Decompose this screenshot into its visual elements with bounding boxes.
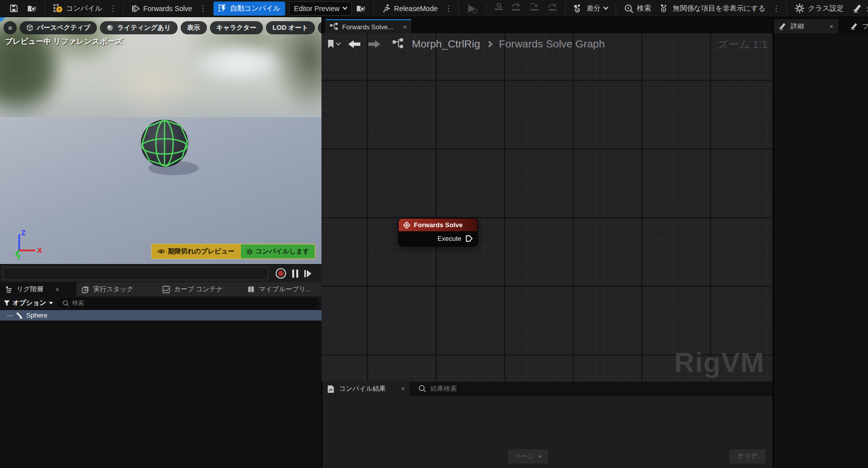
compile-label: コンパイル bbox=[66, 4, 102, 13]
lod-dropdown[interactable]: LOD オート bbox=[266, 21, 315, 34]
preview-viewport[interactable]: Z X Y ≡ パースペクティブ ライティングあり 表示 キャラクター LOD … bbox=[0, 17, 321, 264]
toolbar-separator bbox=[373, 3, 374, 14]
record-button[interactable] bbox=[276, 268, 286, 279]
lit-label: ライティングあり bbox=[117, 23, 171, 32]
expander-icon[interactable]: — bbox=[7, 312, 12, 319]
lit-mode-dropdown[interactable]: ライティングあり bbox=[100, 21, 177, 34]
show-dropdown[interactable]: 表示 bbox=[181, 21, 207, 34]
pencil-details-icon bbox=[850, 23, 858, 30]
book-icon bbox=[247, 286, 255, 293]
debug-play-button bbox=[462, 2, 482, 16]
axis-y-label: Y bbox=[16, 253, 21, 261]
preview-sphere[interactable] bbox=[135, 115, 201, 178]
toolbar-separator bbox=[486, 3, 486, 14]
compile-button[interactable]: ? コンパイル bbox=[48, 2, 107, 16]
hierarchy-search-input[interactable] bbox=[72, 299, 313, 306]
hierarchy-tab-strip: リグ階層 × 実行スタック カーブ コンテナ マイブループリ... bbox=[0, 282, 321, 296]
save-button[interactable] bbox=[5, 2, 23, 16]
execute-pin-icon[interactable] bbox=[465, 235, 473, 242]
hierarchy-search-box[interactable] bbox=[58, 298, 318, 308]
options-dropdown[interactable]: オプション bbox=[4, 298, 53, 307]
step-forward-button[interactable] bbox=[304, 270, 311, 277]
timeline-track[interactable] bbox=[3, 267, 268, 280]
event-options-menu[interactable]: ⋮ bbox=[197, 4, 209, 13]
playback-timeline bbox=[0, 264, 321, 282]
forwards-solve-node[interactable]: Forwards Solve Execute bbox=[398, 218, 478, 246]
axis-gizmo: Z X Y bbox=[11, 228, 46, 261]
hide-unrelated-toggle[interactable]: 無関係な項目を非表示にする bbox=[656, 2, 770, 16]
browse-asset-button-2[interactable] bbox=[352, 2, 370, 16]
chevron-down-icon bbox=[336, 40, 341, 45]
pencil-details-icon bbox=[779, 23, 787, 30]
tree-item-sphere[interactable]: — Sphere bbox=[0, 310, 321, 321]
auto-compile-toggle[interactable]: 自動コンパイル bbox=[213, 2, 285, 16]
results-search-box[interactable] bbox=[418, 385, 552, 392]
lit-sphere-icon bbox=[106, 24, 114, 31]
hide-unrelated-label: 無関係な項目を非表示にする bbox=[673, 4, 766, 13]
hamburger-icon: ≡ bbox=[8, 24, 12, 32]
outdated-preview-button[interactable]: 期限切れのプレビュー bbox=[152, 244, 240, 258]
perspective-dropdown[interactable]: パースペクティブ bbox=[20, 21, 97, 34]
search-button[interactable]: 検索 bbox=[620, 2, 656, 16]
auto-compile-label: 自動コンパイル bbox=[230, 4, 281, 13]
playback-speed-button[interactable]: ▶ x1.0 bbox=[318, 21, 321, 34]
nav-forward-arrow-icon[interactable] bbox=[368, 40, 381, 48]
compile-now-button[interactable]: コンパイルします bbox=[240, 244, 315, 258]
tab-label: マイブループリ... bbox=[259, 285, 311, 294]
graph-canvas[interactable]: Morph_CtrlRig Forwards Solve Graph ズーム 1… bbox=[321, 33, 773, 382]
hide-unrelated-options-menu[interactable]: ⋮ bbox=[770, 4, 783, 13]
release-mode-dropdown[interactable]: ReleaseMode bbox=[377, 2, 442, 16]
nav-back-arrow-icon[interactable] bbox=[348, 40, 360, 48]
close-icon[interactable]: × bbox=[829, 23, 833, 30]
forwards-solve-button[interactable]: Forwards Solve bbox=[127, 2, 197, 16]
axis-x-label: X bbox=[37, 246, 42, 254]
close-icon[interactable]: × bbox=[401, 385, 405, 392]
editor-preview-dropdown[interactable]: Editor Preview bbox=[289, 2, 352, 16]
character-dropdown[interactable]: キャラクター bbox=[210, 21, 263, 34]
log-document-icon bbox=[327, 385, 335, 393]
graph-nav-bar: Morph_CtrlRig Forwards Solve Graph bbox=[324, 33, 608, 55]
close-icon[interactable]: × bbox=[403, 23, 407, 31]
tab-forwards-solve-graph[interactable]: Forwards Solve... × bbox=[326, 19, 411, 33]
pause-button[interactable] bbox=[292, 270, 298, 278]
rigvm-watermark: RigVM bbox=[674, 346, 765, 379]
tab-execution-stack[interactable]: 実行スタック bbox=[77, 282, 157, 296]
tab-curve-container[interactable]: カーブ コンテナ bbox=[157, 282, 242, 296]
find-in-browser-icon bbox=[27, 4, 36, 13]
viewport-menu-button[interactable]: ≡ bbox=[4, 21, 17, 34]
diff-label: 差分 bbox=[586, 4, 601, 13]
tab-compile-results[interactable]: コンパイル結果 × bbox=[322, 382, 409, 396]
tab-my-blueprint[interactable]: マイブループリ... bbox=[242, 282, 321, 296]
page-dropdown[interactable]: ページ bbox=[508, 449, 548, 463]
hide-unrelated-icon bbox=[660, 4, 669, 13]
tab-rig-hierarchy[interactable]: リグ階層 × bbox=[0, 282, 77, 296]
breadcrumb-root[interactable]: Morph_CtrlRig bbox=[412, 38, 480, 50]
browse-asset-button[interactable] bbox=[23, 2, 41, 16]
close-icon[interactable]: × bbox=[56, 286, 60, 293]
search-icon bbox=[418, 385, 426, 392]
save-icon bbox=[10, 4, 18, 13]
node-header[interactable]: Forwards Solve bbox=[398, 218, 478, 231]
class-defaults-button[interactable]: クラスのデフォルト bbox=[848, 2, 868, 16]
release-mode-options-menu[interactable]: ⋮ bbox=[442, 4, 455, 13]
class-settings-button[interactable]: クラス設定 bbox=[790, 2, 848, 16]
clear-button[interactable]: クリア bbox=[729, 449, 766, 463]
toolbar-separator bbox=[616, 3, 616, 14]
results-search-input[interactable] bbox=[430, 385, 552, 392]
find-in-browser-icon bbox=[356, 4, 365, 13]
timeline-controls bbox=[276, 268, 311, 279]
toolbar-separator bbox=[565, 3, 566, 14]
preview-mode-overlay: プレビュー中 リファレンスポーズ bbox=[5, 37, 123, 46]
tab-preview[interactable]: プレビ bbox=[845, 19, 868, 33]
diff-dropdown[interactable]: 差分 bbox=[569, 2, 612, 16]
filter-funnel-icon bbox=[4, 300, 10, 306]
bookmarks-dropdown[interactable] bbox=[328, 40, 340, 48]
step-into-icon bbox=[530, 3, 539, 8]
tab-details[interactable]: 詳細 × bbox=[774, 19, 838, 33]
lod-label: LOD オート bbox=[273, 23, 308, 32]
running-man-icon bbox=[382, 4, 391, 13]
compile-options-menu[interactable]: ⋮ bbox=[107, 4, 120, 13]
options-label: オプション bbox=[13, 298, 46, 307]
chevron-down-icon bbox=[604, 5, 609, 10]
graph-zoom-label: ズーム 1:1 bbox=[718, 37, 768, 51]
